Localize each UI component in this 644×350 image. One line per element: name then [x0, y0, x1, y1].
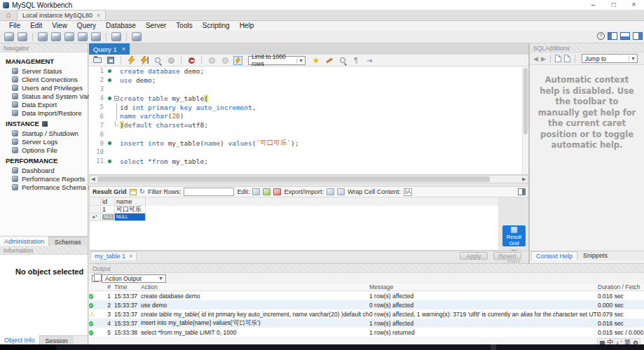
tab-administration[interactable]: Administration: [0, 237, 48, 246]
code-line[interactable]: 6name varchar(20): [89, 111, 528, 120]
sidebar-item-data-export[interactable]: Data Export: [0, 100, 88, 108]
output-row[interactable]: ✓415:33:37insert into my_table(name) val…: [89, 318, 644, 328]
menu-view[interactable]: View: [47, 21, 72, 31]
code-line[interactable]: 9insert into my_table(name) values('可口可乐…: [89, 139, 528, 148]
code-line[interactable]: 2use demo;: [89, 76, 528, 85]
revert-button[interactable]: Revert: [493, 252, 521, 260]
output-row[interactable]: ✓515:33:38select *from my_table LIMIT 0,…: [89, 328, 644, 337]
code-line[interactable]: 10: [89, 148, 528, 157]
sidebar-item-options-file[interactable]: Options File: [0, 146, 88, 154]
autocommit-toggle-icon[interactable]: [233, 56, 242, 65]
toggle-secondary-sidebar-button[interactable]: [633, 32, 643, 40]
toggle-sidebar-button[interactable]: [608, 32, 617, 40]
sidebar-item-performance-reports[interactable]: Performance Reports: [0, 174, 88, 183]
create-function-icon[interactable]: [91, 32, 101, 41]
export-records-icon[interactable]: [327, 188, 334, 195]
sidebar-item-client-connections[interactable]: Client Connections: [0, 75, 88, 83]
code-line[interactable]: 8: [89, 130, 528, 139]
scrollbar-thumb[interactable]: [97, 176, 490, 182]
column-header-id[interactable]: id: [101, 197, 115, 206]
close-button[interactable]: ×: [624, 0, 644, 10]
sidebar-item-performance-schema-setup[interactable]: Performance Schema Setup: [0, 183, 88, 191]
menu-file[interactable]: File: [4, 21, 25, 31]
sidebar-item-server-status[interactable]: Server Status: [0, 66, 88, 75]
menu-tools[interactable]: Tools: [171, 21, 197, 31]
create-table-icon[interactable]: [51, 32, 61, 41]
code-line[interactable]: 11select *from my_table;: [89, 157, 528, 166]
toggle-auto-help-icon[interactable]: [564, 55, 570, 62]
column-header-name[interactable]: name: [115, 197, 146, 206]
import-records-icon[interactable]: [337, 188, 345, 195]
edit-record-icon[interactable]: [252, 188, 260, 195]
explain-icon[interactable]: [153, 56, 163, 65]
cell-id[interactable]: NULL: [101, 214, 115, 221]
wrap-text-icon[interactable]: ⇥: [364, 56, 374, 65]
create-view-icon[interactable]: [64, 32, 74, 41]
result-tab[interactable]: my_table 1 ×: [90, 251, 137, 260]
result-grid[interactable]: id name 1可口可乐▸*NULLNULL: [89, 197, 498, 251]
jump-to-select[interactable]: Jump to ▼: [582, 54, 638, 63]
cell-id[interactable]: 1: [101, 206, 115, 214]
collapse-panel-icon[interactable]: [518, 188, 526, 195]
scroll-right-icon[interactable]: ▶: [521, 176, 528, 182]
limit-rows-select[interactable]: Limit to 1000 rows ▼: [248, 56, 306, 65]
sidebar-item-server-logs[interactable]: Server Logs: [0, 137, 88, 146]
editor-horizontal-scrollbar[interactable]: ◀ ▶: [89, 175, 528, 183]
connection-tab-close-icon[interactable]: ×: [97, 10, 100, 20]
result-tab-close-icon[interactable]: ×: [129, 253, 132, 260]
maximize-button[interactable]: □: [603, 0, 624, 10]
editor-vertical-scrollbar[interactable]: [522, 66, 528, 174]
fold-collapse-icon[interactable]: [114, 96, 119, 101]
open-script-icon[interactable]: [18, 32, 27, 41]
save-script-icon[interactable]: [106, 56, 116, 65]
find-icon[interactable]: [338, 56, 348, 65]
commit-icon[interactable]: [207, 56, 217, 65]
sidebar-item-status-and-system-variables[interactable]: Status and System Variables: [0, 92, 88, 100]
tab-object-info[interactable]: Object Info: [0, 335, 39, 344]
output-row[interactable]: ✓115:33:37create database demo1 row(s) a…: [89, 291, 644, 300]
sidebar-item-data-import-restore[interactable]: Data Import/Restore: [0, 108, 88, 117]
stop-on-error-toggle-icon[interactable]: [186, 56, 196, 65]
cleanup-icon[interactable]: [324, 56, 334, 65]
beautify-script-icon[interactable]: ★: [311, 56, 321, 65]
invisible-characters-icon[interactable]: ¶: [351, 56, 361, 65]
home-icon[interactable]: ⌂: [0, 10, 17, 20]
help-icon[interactable]: ?: [597, 32, 605, 40]
menu-help[interactable]: Help: [235, 21, 259, 31]
output-row[interactable]: ⚠315:33:37create table my_table( id int …: [89, 309, 644, 318]
refresh-icon[interactable]: ↻: [139, 188, 145, 195]
stop-icon[interactable]: [166, 56, 176, 65]
menu-query[interactable]: Query: [72, 21, 101, 31]
query-tab-close-icon[interactable]: ×: [122, 46, 125, 52]
windows-taskbar[interactable]: [0, 344, 644, 350]
back-icon[interactable]: ◀: [533, 55, 538, 62]
menu-scripting[interactable]: Scripting: [198, 21, 235, 31]
delete-record-icon[interactable]: [273, 188, 281, 195]
create-procedure-icon[interactable]: [78, 32, 88, 41]
rollback-icon[interactable]: [220, 56, 230, 65]
sql-code-editor[interactable]: 1create database demo;2use demo;34create…: [89, 66, 528, 175]
tab-schemas[interactable]: Schemas: [48, 237, 87, 246]
table-row[interactable]: 1可口可乐: [90, 206, 498, 214]
sidebar-item-users-and-privileges[interactable]: Users and Privileges: [0, 83, 88, 92]
grid-view-icon[interactable]: [130, 189, 137, 195]
menu-edit[interactable]: Edit: [25, 21, 47, 31]
sidebar-item-startup-shutdown[interactable]: Startup / Shutdown: [0, 129, 88, 137]
cell-name[interactable]: NULL: [115, 214, 146, 221]
code-line[interactable]: 1create database demo;: [89, 66, 528, 76]
apply-button[interactable]: Apply: [460, 252, 488, 260]
connection-tab[interactable]: Local instance MySQL80 ×: [17, 10, 106, 20]
cell-name[interactable]: 可口可乐: [115, 206, 146, 214]
result-grid-side-tab[interactable]: ▦ Result Grid: [502, 225, 526, 246]
add-record-icon[interactable]: [263, 188, 270, 195]
wrap-cell-content-icon[interactable]: ĪA: [404, 188, 413, 196]
reconnect-icon[interactable]: [132, 32, 142, 41]
code-line[interactable]: 7)default charset=utf8;: [89, 120, 528, 130]
code-line[interactable]: 4create table my_table(: [89, 94, 528, 103]
output-view-icon[interactable]: [92, 275, 99, 282]
tab-session[interactable]: Session: [39, 335, 74, 344]
context-help-icon[interactable]: [555, 55, 561, 62]
output-view-select[interactable]: Action Output ▼: [102, 274, 166, 283]
menu-server[interactable]: Server: [141, 21, 171, 31]
toggle-output-button[interactable]: [620, 32, 630, 40]
